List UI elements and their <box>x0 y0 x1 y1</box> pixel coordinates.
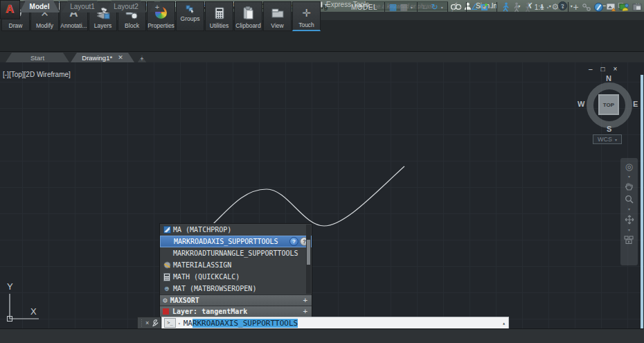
showmotion-icon[interactable] <box>624 236 634 244</box>
command-close-icon[interactable]: × <box>145 319 149 326</box>
matchprop-icon <box>163 226 171 234</box>
panel-view[interactable]: View <box>263 1 292 31</box>
command-input[interactable]: >_ ▾ MARKROADAXIS_SUPPORTTOOLS ▴ <box>161 317 509 328</box>
suggestion-materialassign[interactable]: MATERIALASSIGN <box>160 259 312 271</box>
view-icon <box>271 8 284 18</box>
snap-dropdown-icon[interactable]: ▾ <box>411 5 413 10</box>
workspace-dropdown-icon[interactable]: ▾ <box>562 5 564 10</box>
command-help-icon[interactable]: ? <box>289 237 298 246</box>
units-icon[interactable] <box>582 3 591 12</box>
file-tab-start[interactable]: Start <box>6 53 69 62</box>
annotation-visibility-icon[interactable] <box>501 2 510 12</box>
layer-color-swatch <box>163 308 169 315</box>
osnap-tracking-icon[interactable]: ∠ <box>471 2 478 12</box>
materialassign-icon <box>163 261 171 269</box>
popup-scrollbar[interactable] <box>306 225 311 294</box>
osnap-dropdown-icon[interactable]: ▾ <box>490 5 492 10</box>
nav-dropdown-icon[interactable]: ▾ <box>628 175 630 179</box>
autoscale-icon[interactable] <box>512 2 521 12</box>
tab-close-icon[interactable]: ✕ <box>118 54 123 61</box>
panel-clipboard[interactable]: Clipboard <box>234 1 262 31</box>
suggestion-markroadaxis-supporttools[interactable]: MARKROADAXIS_SUPPORTTOOLS ? ? <box>160 236 312 247</box>
spline-curve[interactable] <box>213 166 404 226</box>
category-layer-tangentmark[interactable]: Layer: tangentMark + <box>160 306 312 317</box>
zoom-icon[interactable] <box>625 195 634 204</box>
polar-tracking-icon[interactable]: ↻ <box>431 2 438 12</box>
status-toggles: MODEL ▦ ▦ ▾ ∟ ↻ ▾ ╱ ▾ ∠ ▾ 1:1 ▾ ⚙ ▾ + ≡ <box>348 0 644 14</box>
layout-tab-model[interactable]: Model <box>19 1 60 12</box>
application-menu-button[interactable]: A <box>0 0 20 19</box>
groups-icon <box>186 5 195 13</box>
steering-wheel-icon[interactable]: ◎ <box>625 162 633 171</box>
viewcube-west[interactable]: W <box>578 100 584 108</box>
command-prompt-chip[interactable]: >_ <box>164 318 176 328</box>
object-snap-icon[interactable] <box>481 4 488 10</box>
panel-label: View <box>271 22 283 29</box>
file-tab-label: Drawing1* <box>82 54 112 62</box>
hardware-acceleration-icon[interactable] <box>594 3 603 12</box>
command-autocomplete-popup: MA (MATCHPROP) MARKROADAXIS_SUPPORTTOOLS… <box>159 223 312 317</box>
autocomplete-selection: RKROADAXIS_SUPPORTTOOLS <box>193 319 298 328</box>
isodraft-toggle-icon[interactable]: ╱ <box>452 2 457 12</box>
expand-icon[interactable]: + <box>303 307 307 316</box>
separator <box>568 2 569 12</box>
svg-text:Y: Y <box>7 281 13 292</box>
canvas-scrollbar[interactable] <box>641 75 643 328</box>
panel-label: Clipboard <box>235 22 260 29</box>
suggestion-mat-matbrowseropen[interactable]: ⊕ MAT (MATBROWSEROPEN) <box>160 283 312 294</box>
viewcube-east[interactable]: E <box>633 100 638 108</box>
suggestion-ma-matchprop[interactable]: MA (MATCHPROP) <box>160 224 312 236</box>
panel-groups[interactable]: Groups <box>176 1 204 31</box>
panel-utilities[interactable]: Utilities <box>205 1 233 31</box>
grid-toggle-icon[interactable]: ▦ <box>389 2 397 12</box>
navigation-bar[interactable]: ◎ ▾ ▾ ▾ <box>620 158 638 265</box>
drag-grip[interactable] <box>141 319 143 327</box>
panel-touch[interactable]: ✛ Touch <box>292 1 321 31</box>
ortho-toggle-icon[interactable]: ∟ <box>422 2 429 12</box>
panel-label: Utilities <box>210 22 229 29</box>
layout-tab-layout2[interactable]: Layout2 <box>105 1 147 12</box>
suggestion-markroadturnangle-supporttools[interactable]: MARKROADTURNANGLE_SUPPORTTOOLS <box>160 247 312 259</box>
new-tab-icon: + <box>140 55 143 62</box>
autocad-logo-icon: A <box>6 3 14 17</box>
popup-scrollbar-thumb[interactable] <box>307 240 310 265</box>
viewcube-north[interactable]: N <box>606 74 611 82</box>
suggestion-list: MA (MATCHPROP) MARKROADAXIS_SUPPORTTOOLS… <box>160 224 312 294</box>
recent-commands-icon[interactable]: ▾ <box>178 321 181 326</box>
category-maxsort[interactable]: ⚙ MAXSORT + <box>160 294 312 306</box>
annotation-scale-person-icon[interactable] <box>524 2 532 12</box>
panel-label: Block <box>125 22 139 29</box>
expand-icon[interactable]: + <box>303 296 307 305</box>
separator <box>417 2 418 12</box>
ribbon-toggle-dropdown-icon: ▾ <box>325 2 327 7</box>
file-tab-drawing1[interactable]: Drawing1* ✕ <box>71 53 134 62</box>
annotation-monitor-plus-icon[interactable]: + <box>573 2 578 12</box>
wcs-dropdown[interactable]: WCS ▾ <box>593 134 622 144</box>
workspace-gear-icon[interactable]: ⚙ <box>552 2 560 12</box>
pan-hand-icon[interactable] <box>625 182 634 191</box>
annotation-scale-value[interactable]: 1:1 <box>535 3 544 11</box>
isolate-objects-icon[interactable] <box>606 3 616 12</box>
suggestion-math-quickcalc[interactable]: MATH (QUICKCALC) <box>160 271 312 283</box>
graphics-performance-icon[interactable] <box>619 3 629 12</box>
suggestion-label: MA (MATCHPROP) <box>173 226 231 234</box>
command-history-up-icon[interactable]: ▴ <box>502 320 506 326</box>
snap-toggle-icon[interactable]: ▦ <box>400 2 407 12</box>
drawing-canvas[interactable]: [-][Top][2D Wireframe] – □ × N W E S TOP… <box>0 62 644 328</box>
viewcube[interactable]: N W E S TOP <box>580 76 638 134</box>
zoom-dropdown-icon[interactable]: ▾ <box>628 207 630 211</box>
separator <box>466 2 467 12</box>
panel-label: Modify <box>36 22 53 29</box>
viewcube-top-face[interactable]: TOP <box>598 94 619 115</box>
scale-dropdown-icon[interactable]: ▾ <box>547 5 549 10</box>
isodraft-dropdown-icon[interactable]: ▾ <box>460 5 462 10</box>
layout-tab-layout1[interactable]: Layout1 <box>62 1 103 12</box>
polar-dropdown-icon[interactable]: ▾ <box>441 5 443 10</box>
new-layout-button[interactable]: + <box>150 1 165 12</box>
clean-screen-icon[interactable] <box>632 3 642 11</box>
orbit-pan-icon[interactable] <box>625 215 634 225</box>
model-space-toggle[interactable]: MODEL <box>348 3 380 11</box>
orbit-dropdown-icon[interactable]: ▾ <box>628 228 630 232</box>
viewcube-south[interactable]: S <box>607 125 611 133</box>
customize-wrench-icon[interactable] <box>152 319 159 326</box>
